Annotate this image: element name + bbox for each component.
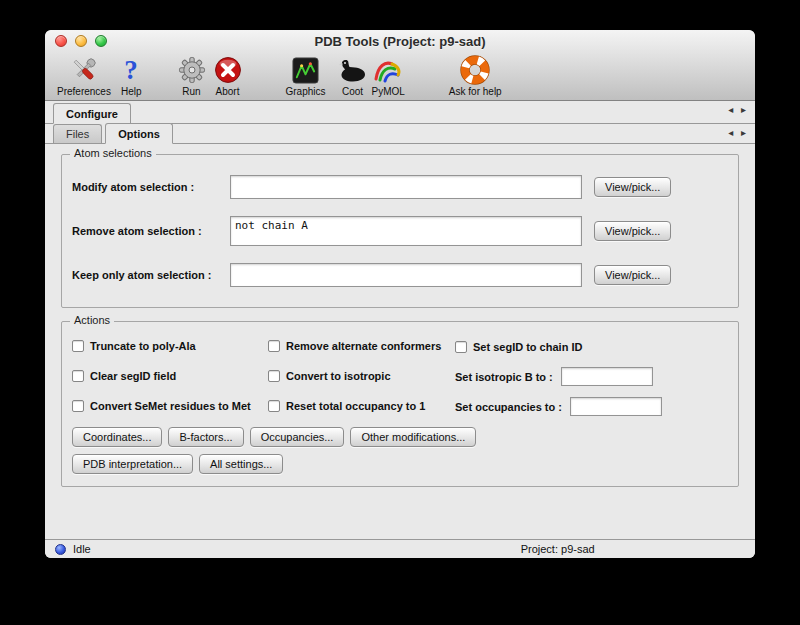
b-factors-button[interactable]: B-factors... bbox=[168, 427, 243, 447]
tab-configure[interactable]: Configure bbox=[53, 103, 131, 124]
checkbox-set-segid-to-chain-id[interactable]: Set segID to chain ID bbox=[455, 341, 582, 353]
status-bar: Idle Project: p9-sad bbox=[45, 539, 755, 558]
set-occupancies-input[interactable] bbox=[570, 397, 662, 416]
checkbox-label: Truncate to poly-Ala bbox=[90, 340, 196, 352]
checkbox-truncate-poly-ala[interactable]: Truncate to poly-Ala bbox=[72, 340, 196, 352]
toolbar-button-help[interactable]: ? Help bbox=[121, 55, 142, 97]
other-modifications-button[interactable]: Other modifications... bbox=[350, 427, 476, 447]
traffic-lights bbox=[55, 35, 107, 47]
tab-scroll-left-icon[interactable]: ◂ bbox=[728, 104, 733, 115]
actions-row-3: Convert SeMet residues to Met Reset tota… bbox=[72, 397, 728, 416]
minimize-button[interactable] bbox=[75, 35, 87, 47]
zoom-button[interactable] bbox=[95, 35, 107, 47]
remove-view-pick-button[interactable]: View/pick... bbox=[594, 221, 671, 241]
toolbar-label-help: Help bbox=[121, 86, 142, 97]
set-isotropic-b-input[interactable] bbox=[561, 367, 653, 386]
outer-tab-bar: Configure ◂ ▸ bbox=[45, 101, 755, 124]
toolbar-button-graphics[interactable]: Graphics bbox=[286, 55, 326, 97]
inner-tab-bar: Files Options ◂ ▸ bbox=[45, 124, 755, 144]
checkbox-reset-total-occupancy[interactable]: Reset total occupancy to 1 bbox=[268, 400, 425, 412]
toolbar-button-abort[interactable]: Abort bbox=[214, 55, 242, 97]
checkbox-remove-alternate-conformers[interactable]: Remove alternate conformers bbox=[268, 340, 441, 352]
toolbar-label-graphics: Graphics bbox=[286, 86, 326, 97]
keep-view-pick-button[interactable]: View/pick... bbox=[594, 265, 671, 285]
tab-files[interactable]: Files bbox=[53, 124, 102, 143]
toolbar-label-preferences: Preferences bbox=[57, 86, 111, 97]
svg-text:?: ? bbox=[124, 55, 138, 85]
gear-icon bbox=[178, 56, 206, 84]
all-settings-button[interactable]: All settings... bbox=[199, 454, 283, 474]
checkbox-label: Convert SeMet residues to Met bbox=[90, 400, 251, 412]
window-header: PDB Tools (Project: p9-sad) bbox=[45, 30, 755, 101]
set-occupancies-label: Set occupancies to : bbox=[455, 401, 562, 413]
desktop: { "window": { "title": "PDB Tools (Proje… bbox=[0, 0, 800, 625]
tab-scroll-left-icon[interactable]: ◂ bbox=[728, 127, 733, 138]
modify-atom-selection-row: Modify atom selection : View/pick... bbox=[72, 175, 728, 199]
lifebuoy-icon bbox=[460, 55, 490, 85]
modify-atom-selection-input[interactable] bbox=[230, 175, 582, 199]
keep-atom-selection-row: Keep only atom selection : View/pick... bbox=[72, 263, 728, 287]
abort-cross-icon bbox=[214, 56, 242, 84]
toolbar-button-ask-for-help[interactable]: Ask for help bbox=[449, 55, 502, 97]
checkbox-convert-semet-to-met[interactable]: Convert SeMet residues to Met bbox=[72, 400, 251, 412]
status-indicator-icon bbox=[55, 544, 66, 555]
tab-scroll-right-icon[interactable]: ▸ bbox=[741, 104, 746, 115]
close-button[interactable] bbox=[55, 35, 67, 47]
checkbox-clear-segid-field[interactable]: Clear segID field bbox=[72, 370, 176, 382]
pdb-tools-window: PDB Tools (Project: p9-sad) bbox=[45, 30, 755, 558]
toolbar-button-run[interactable]: Run bbox=[178, 55, 206, 97]
inner-tab-scroll-arrows: ◂ ▸ bbox=[723, 127, 746, 138]
toolbar-button-preferences[interactable]: Preferences bbox=[57, 55, 111, 97]
actions-button-row-1: Coordinates... B-factors... Occupancies.… bbox=[72, 427, 728, 447]
tab-scroll-right-icon[interactable]: ▸ bbox=[741, 127, 746, 138]
coot-bird-icon bbox=[338, 57, 368, 83]
question-icon: ? bbox=[121, 55, 141, 85]
checkbox-label: Reset total occupancy to 1 bbox=[286, 400, 425, 412]
titlebar[interactable]: PDB Tools (Project: p9-sad) bbox=[45, 30, 755, 52]
checkbox-label: Remove alternate conformers bbox=[286, 340, 441, 352]
occupancies-button[interactable]: Occupancies... bbox=[250, 427, 345, 447]
checkbox-box[interactable] bbox=[268, 370, 280, 382]
checkbox-box[interactable] bbox=[72, 370, 84, 382]
toolbar-button-coot[interactable]: Coot bbox=[338, 55, 368, 97]
pdb-interpretation-button[interactable]: PDB interpretation... bbox=[72, 454, 193, 474]
tools-icon bbox=[69, 55, 99, 85]
checkbox-box[interactable] bbox=[268, 340, 280, 352]
checkbox-label: Clear segID field bbox=[90, 370, 176, 382]
tab-options[interactable]: Options bbox=[105, 123, 173, 144]
window-title: PDB Tools (Project: p9-sad) bbox=[45, 34, 755, 49]
remove-atom-selection-input[interactable]: not chain A bbox=[230, 216, 582, 246]
checkbox-box[interactable] bbox=[455, 341, 467, 353]
remove-atom-selection-label: Remove atom selection : bbox=[72, 225, 230, 237]
actions-group: Actions Truncate to poly-Ala Remove alte… bbox=[61, 321, 739, 487]
checkbox-label: Convert to isotropic bbox=[286, 370, 391, 382]
toolbar-label-run: Run bbox=[182, 86, 200, 97]
keep-atom-selection-label: Keep only atom selection : bbox=[72, 269, 230, 281]
checkbox-convert-to-isotropic[interactable]: Convert to isotropic bbox=[268, 370, 391, 382]
checkbox-box[interactable] bbox=[72, 400, 84, 412]
modify-view-pick-button[interactable]: View/pick... bbox=[594, 177, 671, 197]
actions-row-1: Truncate to poly-Ala Remove alternate co… bbox=[72, 338, 728, 356]
coordinates-button[interactable]: Coordinates... bbox=[72, 427, 162, 447]
set-isotropic-b-label: Set isotropic B to : bbox=[455, 371, 553, 383]
pymol-ribbon-icon bbox=[372, 56, 404, 84]
checkbox-box[interactable] bbox=[72, 340, 84, 352]
atom-selections-group: Atom selections Modify atom selection : … bbox=[61, 154, 739, 308]
toolbar-label-pymol: PyMOL bbox=[372, 86, 405, 97]
graphics-screen-icon bbox=[292, 57, 319, 84]
modify-atom-selection-label: Modify atom selection : bbox=[72, 181, 230, 193]
toolbar-button-pymol[interactable]: PyMOL bbox=[372, 55, 405, 97]
toolbar-label-abort: Abort bbox=[216, 86, 240, 97]
status-text: Idle bbox=[73, 543, 91, 555]
toolbar: Preferences ? Help bbox=[45, 52, 755, 100]
toolbar-label-coot: Coot bbox=[342, 86, 363, 97]
keep-atom-selection-input[interactable] bbox=[230, 263, 582, 287]
actions-legend: Actions bbox=[70, 314, 114, 326]
project-label: Project: p9-sad bbox=[521, 543, 595, 555]
options-page: Atom selections Modify atom selection : … bbox=[45, 144, 755, 539]
outer-tab-scroll-arrows: ◂ ▸ bbox=[723, 104, 746, 115]
toolbar-label-ask-for-help: Ask for help bbox=[449, 86, 502, 97]
checkbox-box[interactable] bbox=[268, 400, 280, 412]
actions-button-row-2: PDB interpretation... All settings... bbox=[72, 454, 728, 474]
actions-row-2: Clear segID field Convert to isotropic S… bbox=[72, 367, 728, 386]
